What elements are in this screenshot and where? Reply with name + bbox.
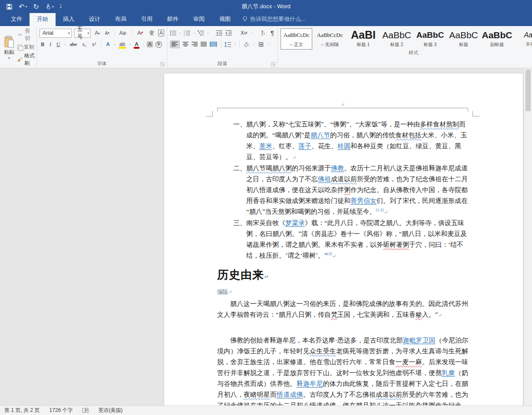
font-dialog-launcher[interactable]: ↘ xyxy=(160,62,165,66)
line-spacing-dropdown-icon[interactable]: ▾ xyxy=(234,43,236,46)
document-body[interactable]: ↵ 一、腊八粥，又称“七宝五味粥”、“佛粥”、“大家饭”等，是一种由多样食材熬制… xyxy=(164,73,523,405)
enclose-characters-button[interactable]: 字 xyxy=(155,41,162,48)
undo-button[interactable]: ↶▾ xyxy=(19,3,27,11)
font-name-combobox[interactable]: Arial▾ xyxy=(40,29,72,38)
paragraph-style-icon: ↵ xyxy=(321,43,324,47)
format-painter-button[interactable]: 🖌格式刷 xyxy=(17,52,35,67)
line-spacing-button[interactable] xyxy=(225,42,231,47)
clear-formatting-button[interactable]: A◤ xyxy=(136,29,145,37)
shading-dropdown-icon[interactable]: ▾ xyxy=(253,43,254,46)
cut-button[interactable]: ✂剪切 xyxy=(17,27,35,42)
touch-mode-dropdown-icon[interactable]: ▾ xyxy=(52,5,54,9)
numbered-list-dropdown-icon[interactable]: ▾ xyxy=(193,31,195,35)
style-subtitle[interactable]: AaBbC 副标题 xyxy=(481,28,513,50)
style-title[interactable]: AaBbC 标题 xyxy=(448,28,479,50)
distribute-button[interactable] xyxy=(210,42,217,47)
save-button[interactable] xyxy=(6,3,13,10)
change-case-button[interactable]: Aa▾ xyxy=(118,29,129,37)
touch-mode-button[interactable]: ▾ xyxy=(45,3,54,10)
tab-insert[interactable]: 插入 xyxy=(56,13,82,26)
align-left-button[interactable] xyxy=(170,40,180,48)
tell-me-box[interactable]: 告诉我您想要做什么... xyxy=(238,13,310,26)
justify-button[interactable] xyxy=(201,42,207,47)
font-name-dropdown-icon: ▾ xyxy=(66,31,70,35)
style-subtle-emphasis[interactable]: AaB 不明 xyxy=(515,28,532,50)
edit-link-line: 编辑↵ xyxy=(217,288,468,295)
undo-icon: ↶ xyxy=(19,3,24,11)
list-item[interactable]: 二、腊八节喝腊八粥的习俗来源于佛教。农历十二月初八这天是佛祖释迦牟尼成道之日，古… xyxy=(233,163,468,218)
numbered-list-button[interactable]: 123 xyxy=(184,30,191,36)
empty-paragraph-mark: ↵ xyxy=(217,100,468,108)
tab-design[interactable]: 设计 xyxy=(82,13,108,26)
underline-button[interactable]: U xyxy=(55,40,62,49)
language-indicator[interactable]: 英语(美国) xyxy=(98,407,122,414)
borders-button[interactable]: ⊞ xyxy=(257,40,265,49)
tab-mailings[interactable]: 邮件 xyxy=(160,13,186,26)
text-effects-button[interactable]: A xyxy=(105,40,111,48)
bullet-list-button[interactable] xyxy=(170,30,177,36)
tab-file[interactable]: 文件 xyxy=(3,13,30,26)
tab-references[interactable]: 引用 xyxy=(134,13,160,26)
sort-button[interactable]: AZ↓ xyxy=(260,30,267,37)
show-marks-button[interactable]: ¶ xyxy=(269,29,275,37)
paragraph-dialog-launcher[interactable]: ↘ xyxy=(271,62,275,66)
italic-button[interactable]: I xyxy=(48,40,53,49)
highlight-color-button[interactable]: ab xyxy=(118,40,126,48)
paragraph[interactable]: 佛教的创始者释迦牟尼，本名乔达摩·悉达多，是古印度北部迦毗罗卫国（今尼泊尔境内）… xyxy=(217,335,468,405)
font-color-button[interactable]: A xyxy=(133,40,140,48)
style-heading2[interactable]: AaBbC 标题 2 xyxy=(381,28,413,50)
style-normal[interactable]: AaBbCcDc ↵正文 xyxy=(281,28,312,50)
shrink-font-button[interactable]: A▾ xyxy=(104,30,111,37)
align-center-button[interactable] xyxy=(182,42,189,47)
phonetic-guide-button[interactable]: 变 xyxy=(148,29,155,38)
font-color-dropdown-icon[interactable]: ▾ xyxy=(142,43,144,46)
tab-layout[interactable]: 布局 xyxy=(108,13,134,26)
font-size-combobox[interactable]: 五号▾ xyxy=(74,29,91,38)
vertical-scrollbar[interactable] xyxy=(524,68,532,405)
paste-dropdown-icon[interactable]: ▾ xyxy=(8,56,10,60)
scrollbar-thumb[interactable] xyxy=(525,70,531,111)
proofing-status[interactable] xyxy=(82,408,89,413)
strikethrough-button[interactable]: abc xyxy=(69,40,79,49)
list-item[interactable]: 三、南宋吴自牧《梦粱录》载：“此月八日，寺院谓之腊八。大刹等寺，俱设五味粥，名曰… xyxy=(233,218,468,262)
style-heading3[interactable]: AaBbC 标题 3 xyxy=(414,28,446,50)
bold-button[interactable]: B xyxy=(40,40,46,49)
text-effects-dropdown-icon[interactable]: ▾ xyxy=(114,43,116,46)
multilevel-list-button[interactable] xyxy=(198,30,205,36)
multilevel-list-dropdown-icon[interactable]: ▾ xyxy=(207,31,209,35)
asian-layout-button[interactable]: X⇄ xyxy=(239,29,249,37)
superscript-button[interactable]: x² xyxy=(91,40,98,49)
page-indicator[interactable]: 第 1 页, 共 2 页 xyxy=(4,407,40,414)
character-border-button[interactable]: A xyxy=(158,30,164,37)
style-no-spacing[interactable]: AaBbCcDc ↵无间隔 xyxy=(314,28,346,50)
edit-link[interactable]: 编辑 xyxy=(217,289,228,295)
cut-icon: ✂ xyxy=(17,32,23,38)
grow-font-button[interactable]: A▴ xyxy=(93,29,101,37)
customize-qat-button[interactable]: ▾ xyxy=(60,4,62,9)
page[interactable]: ↵ 一、腊八粥，又称“七宝五味粥”、“佛粥”、“大家饭”等，是一种由多样食材熬制… xyxy=(164,73,523,405)
align-right-button[interactable] xyxy=(192,42,198,47)
undo-dropdown-icon[interactable]: ▾ xyxy=(25,5,27,9)
bullet-list-dropdown-icon[interactable]: ▾ xyxy=(179,31,181,35)
character-shading-button[interactable]: A xyxy=(147,41,153,47)
increase-indent-button[interactable] xyxy=(225,30,232,36)
word-count[interactable]: 1726 个字 xyxy=(49,407,73,414)
shading-button[interactable] xyxy=(243,41,250,47)
paste-button[interactable]: 粘贴 ▾ xyxy=(2,27,17,67)
asian-layout-dropdown-icon[interactable]: ▾ xyxy=(251,31,253,35)
tab-review[interactable]: 审阅 xyxy=(186,13,212,26)
title-bar: ↶▾ ↻ ▾ ▾ 腊八节.docx - Word xyxy=(0,0,532,13)
list-item[interactable]: 一、腊八粥，又称“七宝五味粥”、“佛粥”、“大家饭”等，是一种由多样食材熬制而成… xyxy=(233,119,468,163)
style-heading1[interactable]: AaBI 标题 1 xyxy=(347,28,379,50)
decrease-indent-button[interactable] xyxy=(216,30,223,36)
paragraph[interactable]: 腊八这一天喝腊八粥这一习俗的来历，是和佛陀成佛的故事有关的。因此清代苏州文人李福… xyxy=(217,299,468,321)
redo-button[interactable]: ↻ xyxy=(33,3,39,11)
subscript-button[interactable]: x₂ xyxy=(81,40,88,49)
underline-dropdown-icon[interactable]: ▾ xyxy=(64,43,66,46)
highlight-dropdown-icon[interactable]: ▾ xyxy=(129,43,131,46)
tab-view[interactable]: 视图 xyxy=(212,13,238,26)
copy-button[interactable]: 复制 xyxy=(17,43,35,51)
borders-dropdown-icon[interactable]: ▾ xyxy=(268,43,270,46)
quick-access-toolbar: ↶▾ ↻ ▾ ▾ xyxy=(0,3,62,11)
tab-home[interactable]: 开始 xyxy=(30,13,56,26)
